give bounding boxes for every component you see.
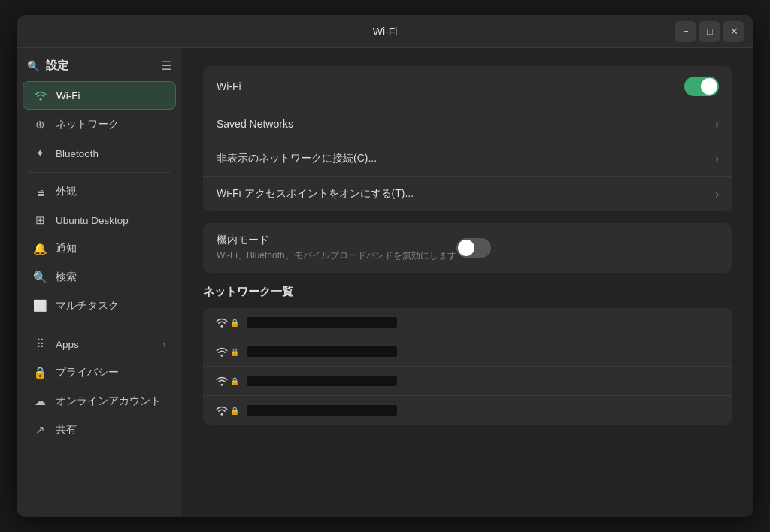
network-item-1[interactable]: 🔒 bbox=[203, 308, 732, 337]
network-item-2[interactable]: 🔒 bbox=[203, 337, 732, 367]
minimize-button[interactable]: − bbox=[675, 21, 696, 42]
sidebar-item-multitask[interactable]: ⬜ マルチタスク bbox=[23, 292, 176, 319]
airplane-toggle-knob bbox=[458, 240, 474, 256]
maximize-button[interactable]: □ bbox=[699, 21, 720, 42]
sidebar-notifications-label: 通知 bbox=[56, 242, 77, 255]
hidden-network-chevron-icon: › bbox=[715, 153, 719, 165]
multitask-icon: ⬜ bbox=[33, 299, 47, 313]
sidebar-item-appearance[interactable]: 🖥 外観 bbox=[23, 178, 176, 205]
window-content: 🔍 設定 ☰ Wi-Fi ⊕ ネットワーク bbox=[17, 48, 753, 517]
network-name-block-3 bbox=[247, 376, 720, 386]
network-icon: ⊕ bbox=[33, 118, 47, 131]
network-list-title: ネットワーク一覧 bbox=[203, 285, 732, 299]
sidebar-item-search[interactable]: 🔍 検索 bbox=[23, 264, 176, 291]
hotspot-row[interactable]: Wi-Fi アクセスポイントをオンにする(T)... › bbox=[203, 177, 732, 211]
airplane-sublabel: Wi-Fi、Bluetooth、モバイルブロードバンドを無効にします bbox=[217, 249, 456, 262]
sidebar-item-online[interactable]: ☁ オンラインアカウント bbox=[23, 388, 176, 415]
sidebar-item-wifi[interactable]: Wi-Fi bbox=[23, 81, 176, 110]
bluetooth-icon: ✦ bbox=[33, 147, 47, 160]
wifi-toggle[interactable] bbox=[684, 77, 719, 96]
sidebar-search-label: 検索 bbox=[56, 271, 77, 284]
sidebar-item-bluetooth[interactable]: ✦ Bluetooth bbox=[23, 140, 176, 167]
search2-icon: 🔍 bbox=[33, 271, 47, 284]
sidebar-title: 設定 bbox=[46, 59, 155, 73]
lock-icon-4: 🔒 bbox=[230, 407, 239, 415]
wifi-icon bbox=[34, 89, 47, 102]
appearance-icon: 🖥 bbox=[33, 185, 47, 198]
lock-icon-3: 🔒 bbox=[230, 377, 239, 385]
sidebar-multitask-label: マルチタスク bbox=[56, 299, 119, 313]
sidebar-item-notifications[interactable]: 🔔 通知 bbox=[23, 235, 176, 262]
sidebar-item-network[interactable]: ⊕ ネットワーク bbox=[23, 111, 176, 138]
network-name-3 bbox=[247, 376, 397, 386]
sidebar: 🔍 設定 ☰ Wi-Fi ⊕ ネットワーク bbox=[17, 48, 182, 517]
network-list-card: 🔒 🔒 bbox=[203, 308, 732, 425]
network-wifi-icon-1: 🔒 bbox=[215, 317, 239, 328]
sidebar-item-privacy[interactable]: 🔒 プライバシー bbox=[23, 359, 176, 386]
main-content: Wi-Fi Saved Networks › 非表示のネットワークに接続(C).… bbox=[182, 48, 753, 517]
privacy-icon: 🔒 bbox=[33, 366, 47, 379]
network-name-block-2 bbox=[247, 346, 720, 357]
network-wifi-icon-2: 🔒 bbox=[215, 346, 239, 357]
sidebar-header: 🔍 設定 ☰ bbox=[17, 54, 182, 77]
sidebar-divider-2 bbox=[27, 325, 171, 325]
hidden-network-label: 非表示のネットワークに接続(C)... bbox=[217, 152, 715, 165]
network-wifi-icon-4: 🔒 bbox=[215, 405, 239, 416]
lock-icon-1: 🔒 bbox=[230, 319, 239, 327]
saved-networks-label: Saved Networks bbox=[217, 118, 715, 130]
sidebar-divider-1 bbox=[27, 172, 171, 173]
window-controls: − □ ✕ bbox=[675, 21, 744, 42]
network-item-3[interactable]: 🔒 bbox=[203, 367, 732, 396]
saved-networks-row[interactable]: Saved Networks › bbox=[203, 107, 732, 141]
airplane-label: 機内モード bbox=[217, 234, 456, 247]
search-icon[interactable]: 🔍 bbox=[27, 60, 40, 72]
apps-chevron-icon: › bbox=[162, 339, 165, 349]
sidebar-share-label: 共有 bbox=[56, 423, 77, 437]
titlebar: Wi-Fi − □ ✕ bbox=[17, 15, 753, 48]
wifi-toggle-row: Wi-Fi bbox=[203, 66, 732, 107]
network-name-block-1 bbox=[247, 317, 720, 328]
sidebar-apps-label: Apps bbox=[56, 339, 79, 350]
lock-icon-2: 🔒 bbox=[230, 348, 239, 356]
hidden-network-row[interactable]: 非表示のネットワークに接続(C)... › bbox=[203, 141, 732, 177]
network-item-4[interactable]: 🔒 bbox=[203, 396, 732, 425]
saved-networks-chevron-icon: › bbox=[715, 118, 719, 130]
airplane-text-block: 機内モード Wi-Fi、Bluetooth、モバイルブロードバンドを無効にします bbox=[217, 234, 456, 262]
window-title: Wi-Fi bbox=[373, 26, 398, 38]
sidebar-item-ubuntu[interactable]: ⊞ Ubuntu Desktop bbox=[23, 207, 176, 234]
menu-icon[interactable]: ☰ bbox=[161, 59, 171, 73]
close-button[interactable]: ✕ bbox=[723, 21, 744, 42]
wifi-settings-card: Wi-Fi Saved Networks › 非表示のネットワークに接続(C).… bbox=[203, 66, 732, 211]
sidebar-network-label: ネットワーク bbox=[56, 118, 119, 131]
wifi-toggle-knob bbox=[701, 78, 717, 95]
sidebar-item-share[interactable]: ↗ 共有 bbox=[23, 416, 176, 443]
sidebar-privacy-label: プライバシー bbox=[56, 366, 119, 379]
airplane-toggle[interactable] bbox=[456, 238, 491, 258]
sidebar-appearance-label: 外観 bbox=[56, 185, 77, 198]
sidebar-wifi-label: Wi-Fi bbox=[56, 90, 80, 101]
share-icon: ↗ bbox=[33, 423, 47, 437]
sidebar-bluetooth-label: Bluetooth bbox=[56, 148, 99, 159]
apps-icon: ⠿ bbox=[33, 337, 47, 351]
hotspot-label: Wi-Fi アクセスポイントをオンにする(T)... bbox=[217, 187, 715, 201]
notification-icon: 🔔 bbox=[33, 242, 47, 255]
network-name-1 bbox=[247, 317, 397, 328]
airplane-row: 機内モード Wi-Fi、Bluetooth、モバイルブロードバンドを無効にします bbox=[203, 223, 732, 273]
settings-window: Wi-Fi − □ ✕ 🔍 設定 ☰ bbox=[17, 15, 753, 517]
wifi-label: Wi-Fi bbox=[217, 80, 684, 92]
network-name-block-4 bbox=[247, 405, 720, 416]
sidebar-online-label: オンラインアカウント bbox=[56, 394, 161, 408]
network-name-2 bbox=[247, 346, 397, 357]
sidebar-ubuntu-label: Ubuntu Desktop bbox=[56, 215, 129, 226]
network-wifi-icon-3: 🔒 bbox=[215, 376, 239, 386]
sidebar-item-apps[interactable]: ⠿ Apps › bbox=[23, 331, 176, 358]
network-name-4 bbox=[247, 405, 397, 416]
online-icon: ☁ bbox=[33, 394, 47, 408]
ubuntu-icon: ⊞ bbox=[33, 213, 47, 227]
airplane-card: 機内モード Wi-Fi、Bluetooth、モバイルブロードバンドを無効にします bbox=[203, 223, 732, 273]
hotspot-chevron-icon: › bbox=[715, 188, 719, 200]
